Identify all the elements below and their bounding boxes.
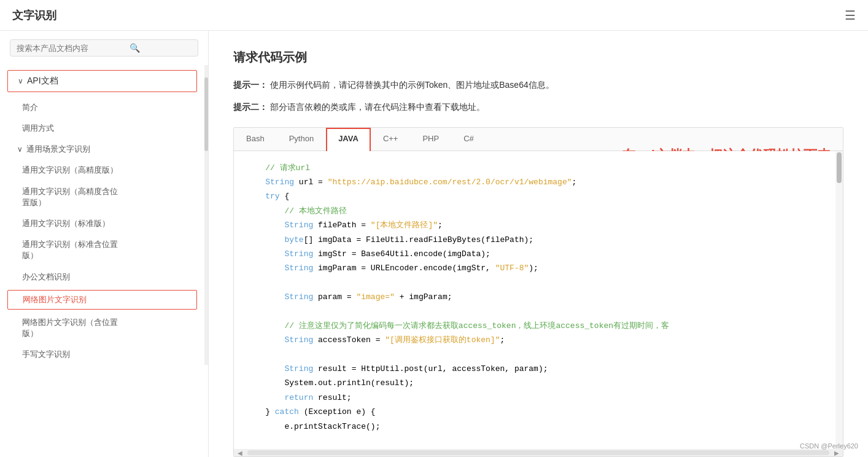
code-vscroll-thumb (837, 152, 842, 183)
watermark: CSDN @Perley620 (800, 442, 858, 450)
svg-line-1 (234, 151, 271, 157)
hint-1: 提示一： 使用示例代码前，请记得替换其中的示例Token、图片地址或Base64… (233, 78, 843, 93)
tab-java[interactable]: JAVA (326, 128, 371, 151)
code-body[interactable]: // 请求url String url = "https://aip.baidu… (234, 151, 843, 449)
content-area: 请求代码示例 提示一： 使用示例代码前，请记得替换其中的示例Token、图片地址… (209, 31, 868, 457)
tab-cpp[interactable]: C++ (371, 128, 411, 150)
code-container: 在api文档中，把这个代码扒拉下来 Bash Python JAVA C++ P… (233, 127, 843, 457)
page-title: 请求代码示例 (233, 49, 843, 66)
tab-csharp[interactable]: C# (451, 128, 486, 150)
hint2-bold: 提示二： (233, 102, 268, 112)
hscroll-left-arrow[interactable]: ◀ (235, 450, 245, 456)
hint-2: 提示二： 部分语言依赖的类或库，请在代码注释中查看下载地址。 (233, 100, 843, 115)
tab-php[interactable]: PHP (410, 128, 451, 150)
sidebar-item-general-std[interactable]: 通用文字识别（标准版） (0, 213, 204, 234)
hint1-bold: 提示一： (233, 80, 268, 90)
hscroll-track[interactable] (247, 450, 829, 455)
sidebar-item-api-docs[interactable]: ∨ API文档 (7, 70, 197, 92)
search-input[interactable] (17, 44, 127, 53)
chevron-down-icon: ∨ (18, 77, 23, 85)
code-pre: // 请求url String url = "https://aip.baidu… (246, 161, 831, 434)
menu-icon[interactable]: ☰ (845, 8, 856, 23)
hint2-text: 部分语言依赖的类或库，请在代码注释中查看下载地址。 (270, 102, 485, 112)
tab-bash[interactable]: Bash (234, 128, 277, 150)
search-icon: 🔍 (130, 43, 140, 53)
sidebar-item-general-std-pos[interactable]: 通用文字识别（标准含位置版） (0, 234, 204, 266)
sidebar-nav: ∨ API文档 简介 调用方式 ∨ 通用场景文字识别 通用文字识别（高精度版） … (0, 65, 208, 457)
hscroll-right-arrow[interactable]: ▶ (832, 450, 842, 456)
app-title: 文字识别 (12, 8, 56, 23)
sidebar-item-general-high[interactable]: 通用文字识别（高精度版） (0, 160, 204, 181)
sidebar-item-intro[interactable]: 简介 (0, 97, 204, 118)
sidebar-item-handwrite[interactable]: 手写文字识别 (0, 344, 204, 365)
sidebar-item-general-scene[interactable]: ∨ 通用场景文字识别 (0, 139, 204, 160)
sidebar-scrollbar[interactable] (204, 65, 208, 365)
sidebar-item-webimage[interactable]: 网络图片文字识别 (7, 290, 197, 310)
sidebar-item-webimage-pos[interactable]: 网络图片文字识别（含位置版） (0, 312, 204, 344)
sidebar-scrollbar-thumb (204, 77, 208, 151)
top-bar: 文字识别 ☰ (0, 0, 868, 31)
sidebar-item-general-high-pos[interactable]: 通用文字识别（高精度含位置版） (0, 181, 204, 213)
tab-python[interactable]: Python (277, 128, 326, 150)
main-layout: 🔍 ∨ API文档 简介 调用方式 ∨ 通用场景文字识别 (0, 31, 868, 457)
search-wrap[interactable]: 🔍 (10, 39, 198, 57)
sidebar: 🔍 ∨ API文档 简介 调用方式 ∨ 通用场景文字识别 (0, 31, 209, 457)
hint1-text: 使用示例代码前，请记得替换其中的示例Token、图片地址或Base64信息。 (270, 80, 554, 90)
sidebar-item-call-method[interactable]: 调用方式 (0, 118, 204, 139)
search-bar: 🔍 (0, 31, 208, 65)
code-vscroll-track[interactable] (835, 151, 843, 449)
sidebar-item-office[interactable]: 办公文档识别 (0, 267, 204, 287)
chevron-down-icon-2: ∨ (17, 145, 23, 154)
code-hscroll[interactable]: ◀ ▶ (234, 449, 843, 456)
